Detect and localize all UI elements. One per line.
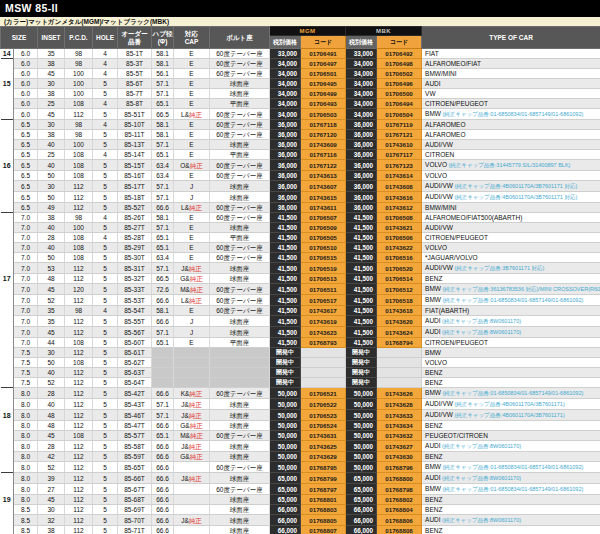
cell-mbk-code: 01706506 <box>377 233 422 243</box>
cell-mgm-code: 01743615 <box>301 192 346 203</box>
oem-cap-flag: 純正 <box>189 390 202 397</box>
col-header-mgm: MGM <box>270 27 346 36</box>
cell-mbk-price: 36,000 <box>346 140 377 150</box>
cell-bolt-seat: 球面座 <box>210 421 270 431</box>
cell-mbk-price: 50,000 <box>346 399 377 410</box>
cell-mbk-price: 41,500 <box>346 274 377 284</box>
cell-type-of-car: AUDI/VW (純正キャップ品番:4B0601170A/3B7601171) <box>422 399 600 410</box>
oem-cap-flag: 純正 <box>189 401 202 408</box>
cell-mbk-price: 41,500 <box>346 263 377 274</box>
cell-mgm-code: 01743619 <box>301 316 346 327</box>
cell-mbk-price: 36,000 <box>346 203 377 213</box>
cell-inset: 28 <box>38 233 65 243</box>
cell-rim-diameter-group <box>1 306 14 316</box>
oem-cap-flag: 純正 <box>189 265 202 272</box>
cell-mgm-price: 36,000 <box>270 130 301 140</box>
cell-mbk-code: 01743614 <box>377 171 422 181</box>
cell-pcd: 108 <box>65 160 93 171</box>
cell-rim-width: 7.0 <box>14 223 38 233</box>
cell-rim-diameter-group <box>1 253 14 263</box>
cell-bolt-seat: 60度テーパー座 <box>210 431 270 441</box>
cell-rim-width: 8.0 <box>14 452 38 462</box>
oem-cap-part-number-note: (純正キャップ品番:8W0601170) <box>441 443 522 449</box>
cell-hub-diameter <box>152 378 174 388</box>
cell-order-no: 85-51T <box>118 109 152 120</box>
cell-rim-width: 7.5 <box>14 348 38 358</box>
cell-order-no: 85-58T <box>118 441 152 452</box>
cell-mgm-price: 36,000 <box>270 160 301 171</box>
cell-inset: 40 <box>38 399 65 410</box>
cell-mbk-code: 01706504 <box>377 109 422 120</box>
cell-type-of-car: VW <box>422 89 600 99</box>
cell-hole: 4 <box>93 213 118 223</box>
cell-hole: 5 <box>93 431 118 441</box>
cell-mbk-code: 01706512 <box>377 284 422 295</box>
cell-mgm-price: 41,500 <box>270 274 301 284</box>
cell-type-of-car: ALFAROMEO/FIAT500(ABARTH) <box>422 213 600 223</box>
cell-mgm-code: 01706510 <box>301 243 346 253</box>
cell-mbk-code: 01743624 <box>377 327 422 338</box>
cell-order-no: 85-53T <box>118 295 152 306</box>
oem-cap-part-number-note: (純正キャップ品番:4B0601170A/3B7601171 対応) <box>453 194 577 200</box>
cell-rim-width: 7.5 <box>14 358 38 368</box>
cell-rim-diameter-group <box>1 388 14 399</box>
cell-order-no: 85-63T <box>118 368 152 378</box>
cell-rim-width: 8.0 <box>14 399 38 410</box>
cell-order-no: 85-47T <box>118 421 152 431</box>
cell-rim-width: 8.0 <box>14 388 38 399</box>
cell-mgm-price: 50,000 <box>270 441 301 452</box>
cell-bolt-seat: 60度テーパー座 <box>210 253 270 263</box>
cell-rim-width: 7.0 <box>14 295 38 306</box>
cell-rim-width: 6.5 <box>14 130 38 140</box>
cell-mgm-code: 01743631 <box>301 431 346 441</box>
cell-mbk-price: 34,000 <box>346 99 377 109</box>
cell-hub-diameter: 66.6 <box>152 462 174 473</box>
cell-hole: 5 <box>93 388 118 399</box>
cell-hub-diameter: 58.1 <box>152 59 174 69</box>
cell-inset: 35 <box>38 316 65 327</box>
cell-pcd: 98 <box>65 306 93 316</box>
cell-mgm-code: 01768795 <box>301 462 346 473</box>
cell-bolt-seat: 球面座 <box>210 515 270 526</box>
page-title: MSW 85-II <box>0 0 600 17</box>
cell-hole: 5 <box>93 368 118 378</box>
cell-mgm-price: 41,500 <box>270 243 301 253</box>
catalog-page: MSW 85-II (カラー)マットガンメタル(MGM)/マットブラック(MBK… <box>0 0 600 534</box>
cell-inset: 50 <box>38 192 65 203</box>
cell-cap: E <box>174 59 210 69</box>
cell-hole: 5 <box>93 223 118 233</box>
cell-bolt-seat: 球面座 <box>210 410 270 421</box>
cell-pcd: 112 <box>65 316 93 327</box>
cell-rim-width: 8.5 <box>14 515 38 526</box>
cell-type-of-car: AUDI/VW <box>422 140 600 150</box>
cell-type-of-car: AUDI/VW (純正キャップ品番:4B0601170A/3B7601171) <box>422 410 600 421</box>
cell-order-no: 85-13T <box>118 140 152 150</box>
cell-type-of-car: PEUGEOT/CITROEN <box>422 431 600 441</box>
cell-order-no: 85-65T <box>118 462 152 473</box>
cell-mbk-price: 65,000 <box>346 495 377 505</box>
cell-mbk-code: 01706494 <box>377 99 422 109</box>
cell-cap: M&純正 <box>174 284 210 295</box>
cell-inset: 40 <box>38 223 65 233</box>
cell-pcd: 98 <box>65 59 93 69</box>
oem-cap-flag: 純正 <box>190 286 203 293</box>
cell-mbk-price: 開発中 <box>346 378 377 388</box>
cell-bolt-seat: 60度テーパー座 <box>210 49 270 59</box>
cell-cap: J&純正 <box>174 441 210 452</box>
cell-mgm-code: 01768797 <box>301 484 346 495</box>
cell-order-no: 85-56T <box>118 327 152 338</box>
cell-mbk-price: 36,000 <box>346 192 377 203</box>
cell-order-no: 85-28T <box>118 233 152 243</box>
cell-rim-width: 8.0 <box>14 495 38 505</box>
cell-pcd: 108 <box>65 150 93 160</box>
cell-rim-diameter-group: 15 <box>1 79 14 89</box>
cell-mgm-price: 50,000 <box>270 452 301 462</box>
cell-type-of-car: AUDI (純正キャップ品番:8W0601170) <box>422 316 600 327</box>
cell-bolt-seat: 平面座 <box>210 338 270 348</box>
oem-cap-part-number-note: (純正キャップ品番:8W0601170) <box>441 475 522 481</box>
cell-bolt-seat: 平面座 <box>210 150 270 160</box>
cell-mgm-code: 01706517 <box>301 295 346 306</box>
cell-pcd: 112 <box>65 452 93 462</box>
cell-hole: 5 <box>93 89 118 99</box>
cell-cap: E <box>174 130 210 140</box>
